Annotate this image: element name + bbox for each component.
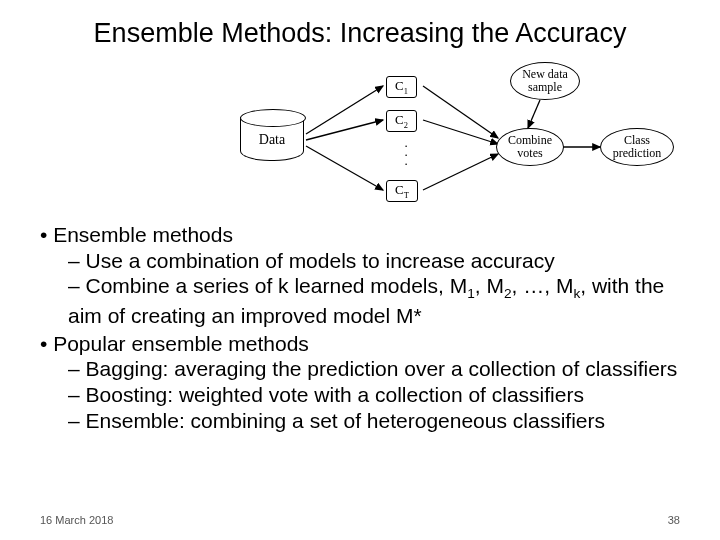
b1b-pre: Combine a series of k learned models, M [86,274,468,297]
classifier-dots: ... [396,138,416,165]
svg-line-5 [423,154,498,190]
ct-sub: T [404,190,409,200]
b1a-text: Use a combination of models to increase … [86,249,555,272]
b1b-mid2: , …, M [512,274,574,297]
b2c-text: Ensemble: combining a set of heterogeneo… [86,409,605,432]
svg-line-6 [528,100,540,128]
c2-sub: 2 [404,120,408,130]
classifier-c1: C1 [386,76,417,98]
class-prediction-oval: Classprediction [600,128,674,166]
classifier-c2: C2 [386,110,417,132]
sub-boosting: Boosting: weighted vote with a collectio… [68,382,680,408]
sub-bagging: Bagging: averaging the prediction over a… [68,356,680,382]
svg-line-4 [423,120,498,144]
c1-text: C [395,78,404,93]
slide-title: Ensemble Methods: Increasing the Accurac… [0,0,720,49]
b1-text: Ensemble methods [53,223,233,246]
sub-use-combination: Use a combination of models to increase … [68,248,680,274]
b1b-s2: 2 [504,286,512,301]
new-data-text: New datasample [522,68,568,93]
slide-body: Ensemble methods Use a combination of mo… [40,222,680,435]
b1b-mid1: , M [475,274,504,297]
svg-line-2 [306,146,383,190]
svg-line-1 [306,120,383,140]
bullet-popular-methods: Popular ensemble methods [40,331,680,357]
footer-page-number: 38 [668,514,680,526]
classifier-ct: CT [386,180,418,202]
footer-date: 16 March 2018 [40,514,113,526]
combine-text: Combinevotes [508,134,552,159]
bullet-ensemble-methods: Ensemble methods [40,222,680,248]
combine-votes-oval: Combinevotes [496,128,564,166]
sub-ensemble: Ensemble: combining a set of heterogeneo… [68,408,680,434]
prediction-text: Classprediction [613,134,662,159]
svg-line-3 [423,86,498,138]
new-data-oval: New datasample [510,62,580,100]
sub-combine-series: Combine a series of k learned models, M1… [68,273,680,328]
b2b-text: Boosting: weighted vote with a collectio… [86,383,584,406]
b2-text: Popular ensemble methods [53,332,309,355]
data-label: Data [240,132,304,148]
b1b-s1: 1 [467,286,475,301]
c2-text: C [395,112,404,127]
ct-text: C [395,182,404,197]
svg-line-0 [306,86,383,134]
c1-sub: 1 [404,86,408,96]
ensemble-diagram: Data C1 C2 ... CT New datasample Combine… [240,62,680,212]
b2a-text: Bagging: averaging the prediction over a… [86,357,678,380]
